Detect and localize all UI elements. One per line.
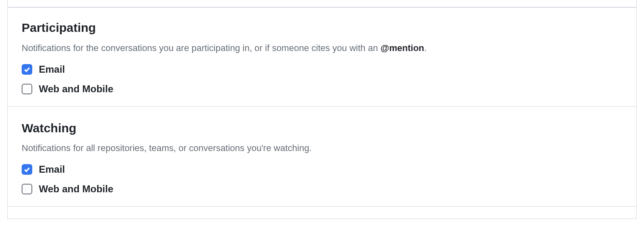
checkbox-participating-email[interactable] bbox=[22, 64, 32, 75]
section-title: Participating bbox=[22, 20, 622, 36]
section-description: Notifications for all repositories, team… bbox=[22, 141, 622, 155]
section-participating: Participating Notifications for the conv… bbox=[8, 7, 636, 107]
desc-text: Notifications for the conversations you … bbox=[22, 43, 380, 53]
section-watching: Watching Notifications for all repositor… bbox=[8, 107, 636, 207]
option-watching-email: Email bbox=[22, 164, 622, 175]
panel-top-sliver bbox=[8, 0, 636, 7]
settings-panel: Participating Notifications for the conv… bbox=[7, 0, 637, 219]
section-description: Notifications for the conversations you … bbox=[22, 41, 622, 55]
check-icon bbox=[23, 166, 31, 173]
checkbox-watching-email[interactable] bbox=[22, 164, 32, 175]
option-label[interactable]: Web and Mobile bbox=[39, 183, 113, 195]
section-title: Watching bbox=[22, 120, 622, 136]
checkbox-participating-web-mobile[interactable] bbox=[22, 84, 32, 94]
panel-bottom-sliver bbox=[8, 207, 636, 219]
option-participating-web-mobile: Web and Mobile bbox=[22, 83, 622, 95]
option-participating-email: Email bbox=[22, 64, 622, 75]
desc-suffix: . bbox=[424, 43, 427, 53]
check-icon bbox=[23, 66, 31, 73]
option-label[interactable]: Email bbox=[39, 164, 65, 175]
checkbox-watching-web-mobile[interactable] bbox=[22, 184, 32, 194]
option-label[interactable]: Email bbox=[39, 64, 65, 75]
option-label[interactable]: Web and Mobile bbox=[39, 83, 113, 95]
desc-mention: @mention bbox=[380, 43, 424, 53]
option-watching-web-mobile: Web and Mobile bbox=[22, 183, 622, 195]
